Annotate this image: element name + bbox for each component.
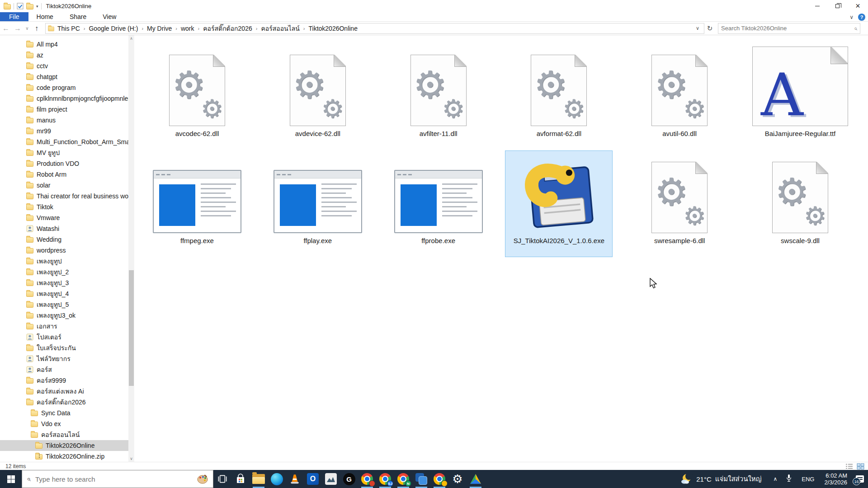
file-item-avformat-62.dll[interactable]: ⚙⚙avformat-62.dll	[505, 43, 613, 150]
new-folder-icon[interactable]	[26, 4, 33, 9]
breadcrumb-current-folder[interactable]: Tiktok2026Online	[306, 25, 360, 32]
restore-button[interactable]	[827, 0, 848, 12]
sidebar-item-mr99[interactable]: mr99	[0, 126, 128, 136]
sidebar-item-vmware[interactable]: Vmware	[0, 212, 128, 223]
close-button[interactable]: ×	[848, 0, 868, 12]
taskbar-app-file-explorer[interactable]	[250, 470, 268, 488]
sidebar-item-เพลงยูทูป[interactable]: เพลงยูทูป	[0, 256, 128, 267]
file-item-avcodec-62.dll[interactable]: ⚙⚙avcodec-62.dll	[143, 43, 251, 150]
file-item-avdevice-62.dll[interactable]: ⚙⚙avdevice-62.dll	[264, 43, 372, 150]
breadcrumb-my-drive[interactable]: My Drive	[144, 25, 175, 32]
taskbar-app-task-view[interactable]	[213, 470, 231, 488]
taskbar-app-settings[interactable]: ⚙	[448, 470, 467, 488]
taskbar-app-photos[interactable]	[322, 470, 340, 488]
sidebar-item-เพลงยูทูป_4[interactable]: เพลงยูทูป_4	[0, 288, 128, 299]
file-item-baijamjuree-regular.ttf[interactable]: ABaiJamjuree-Regular.ttf	[746, 43, 854, 150]
taskbar-app-vlc[interactable]	[286, 470, 304, 488]
file-item-swscale-9.dll[interactable]: ⚙⚙swscale-9.dll	[746, 150, 854, 257]
sidebar-item-film-project[interactable]: film project	[0, 104, 128, 115]
taskbar-app-chrome-profile-n[interactable]: N	[394, 470, 412, 488]
file-item-sj_tiktokai2026_v_1.0.6.exe[interactable]: SJ_TiktokAI2026_V_1.0.6.exe	[505, 150, 613, 257]
sidebar-item-tiktok2026online.zip[interactable]: Tiktok2026Online.zip	[0, 451, 128, 462]
sidebar-item-cplklnmnlbnpmjogncfgfijoopmnlemp[interactable]: cplklnmnlbnpmjogncfgfijoopmnlemp	[0, 93, 128, 104]
sidebar-item-prodution-vdo[interactable]: Prodution VDO	[0, 158, 128, 169]
sidebar-item-เพลงยูทูป_2[interactable]: เพลงยูทูป_2	[0, 267, 128, 277]
details-view-icon[interactable]	[845, 463, 853, 469]
explorer-search-box[interactable]: ⌕	[718, 23, 860, 34]
up-button[interactable]: ↑	[31, 24, 42, 33]
refresh-icon[interactable]: ↻	[704, 24, 715, 33]
tab-share[interactable]: Share	[61, 12, 94, 21]
breadcrumb-course-folder[interactable]: คอร์สติ๊กต้อก2026	[200, 23, 255, 33]
large-icons-view-icon[interactable]	[857, 463, 864, 469]
file-item-ffmpeg.exe[interactable]: ffmpeg.exe	[143, 150, 251, 257]
sidebar-item-multi_function_robot_arm_smart_car[interactable]: Multi_Function_Robot_Arm_Smart_Car	[0, 136, 128, 147]
properties-icon[interactable]	[17, 3, 24, 9]
taskbar-app-edge[interactable]	[268, 470, 286, 488]
sidebar-item-sync-data[interactable]: Sync Data	[0, 408, 128, 418]
breadcrumb-this-pc[interactable]: This PC	[55, 25, 83, 32]
explorer-search-input[interactable]	[721, 25, 854, 32]
sidebar-item-ไฟล์วิทยากร[interactable]: ไฟล์วิทยากร	[0, 353, 128, 364]
language-indicator[interactable]: ENG	[796, 476, 820, 483]
help-icon[interactable]: ?	[858, 14, 865, 21]
sidebar-item-vdo-ex[interactable]: Vdo ex	[0, 418, 128, 429]
breadcrumb-google-drive[interactable]: Google Drive (H:)	[86, 25, 141, 32]
sidebar-item-solar[interactable]: solar	[0, 180, 128, 191]
file-item-ffplay.exe[interactable]: ffplay.exe	[264, 150, 372, 257]
sidebar-item-watashi[interactable]: Watashi	[0, 223, 128, 234]
notification-center-icon[interactable]: 16	[852, 470, 868, 488]
clock[interactable]: 6:02 AM 2/3/2026	[820, 472, 852, 486]
sidebar-item-เอกสาร[interactable]: เอกสาร	[0, 321, 128, 332]
customize-toolbar-caret-icon[interactable]: ▾	[36, 4, 38, 9]
sidebar-item-az[interactable]: az	[0, 50, 128, 61]
weather-widget[interactable]: 21°C แจ่มใสส่วนใหญ่	[680, 473, 769, 485]
file-item-avfilter-11.dll[interactable]: ⚙⚙avfilter-11.dll	[385, 43, 492, 150]
sidebar-item-คอร์สติ๊กต้อก2026[interactable]: คอร์สติ๊กต้อก2026	[0, 397, 128, 408]
taskbar-app-blue-squares-app[interactable]	[412, 470, 430, 488]
sidebar-scrollbar[interactable]: ∧ ∨	[128, 35, 134, 462]
tab-home[interactable]: Home	[28, 12, 61, 21]
sidebar-item-cctv[interactable]: cctv	[0, 61, 128, 71]
taskbar-app-google-drive[interactable]	[467, 470, 485, 488]
sidebar-item-mv-ยูทูป[interactable]: MV ยูทูป	[0, 147, 128, 158]
address-bar[interactable]: This PC› Google Drive (H:)› My Drive› wo…	[45, 23, 704, 34]
sidebar-item-เพลงยูทูป_3[interactable]: เพลงยูทูป_3	[0, 277, 128, 288]
taskbar-app-outlook[interactable]: O	[304, 470, 322, 488]
scroll-down-icon[interactable]: ∨	[128, 455, 134, 462]
back-button[interactable]: ←	[0, 24, 12, 33]
sidebar-item-manus[interactable]: manus	[0, 115, 128, 126]
microphone-icon[interactable]	[782, 474, 796, 484]
sidebar-item-ใบเสร็จประกัน[interactable]: ใบเสร็จประกัน	[0, 343, 128, 353]
scroll-up-icon[interactable]: ∧	[128, 35, 134, 42]
sidebar-item-tiktok2026online[interactable]: Tiktok2026Online	[0, 440, 128, 451]
taskbar-app-chrome-profile-red[interactable]	[358, 470, 376, 488]
scrollbar-thumb[interactable]	[129, 270, 134, 386]
sidebar-item-code-program[interactable]: code program	[0, 82, 128, 93]
sidebar-item-คอร์สแต่งเพลง-ai[interactable]: คอร์สแต่งเพลง Ai	[0, 386, 128, 397]
file-item-avutil-60.dll[interactable]: ⚙⚙avutil-60.dll	[626, 43, 733, 150]
taskbar-search-input[interactable]	[35, 475, 192, 483]
show-hidden-icons-chevron[interactable]: ∧	[769, 476, 782, 482]
taskbar-app-chrome-profile-sj[interactable]: SJ	[376, 470, 394, 488]
file-item-swresample-6.dll[interactable]: ⚙⚙swresample-6.dll	[626, 150, 733, 257]
sidebar-item-คอร์สออนไลน์[interactable]: คอร์สออนไลน์	[0, 429, 128, 440]
start-button[interactable]	[0, 470, 22, 488]
sidebar-item-all-mp4[interactable]: All mp4	[0, 39, 128, 50]
forward-button[interactable]: →	[12, 24, 24, 33]
address-dropdown-caret-icon[interactable]: ∨	[693, 25, 702, 31]
sidebar-item-wedding[interactable]: Wedding	[0, 234, 128, 245]
sidebar-item-คอร์ส[interactable]: คอร์ส	[0, 364, 128, 375]
tab-view[interactable]: View	[94, 12, 124, 21]
minimize-button[interactable]	[807, 0, 827, 12]
sidebar-item-thai-creator-for-real-business-workshop[interactable]: Thai creator for real business workshop	[0, 191, 128, 202]
recent-locations-caret-icon[interactable]: ∨	[24, 26, 31, 31]
expand-ribbon-icon[interactable]: ∨	[849, 14, 854, 20]
breadcrumb-online-folder[interactable]: คอร์สออนไลน์	[258, 23, 302, 33]
sidebar-item-tiktok[interactable]: Tiktok	[0, 202, 128, 212]
taskbar-search-box[interactable]: ⌕	[22, 470, 213, 488]
sidebar-item-เพลงยูทูป3_ok[interactable]: เพลงยูทูป3_ok	[0, 310, 128, 321]
taskbar-app-logitech-g-hub[interactable]: G	[340, 470, 358, 488]
taskbar-app-chrome-profile-4[interactable]	[430, 470, 448, 488]
sidebar-item-คอร์ส9999[interactable]: คอร์ส9999	[0, 375, 128, 386]
